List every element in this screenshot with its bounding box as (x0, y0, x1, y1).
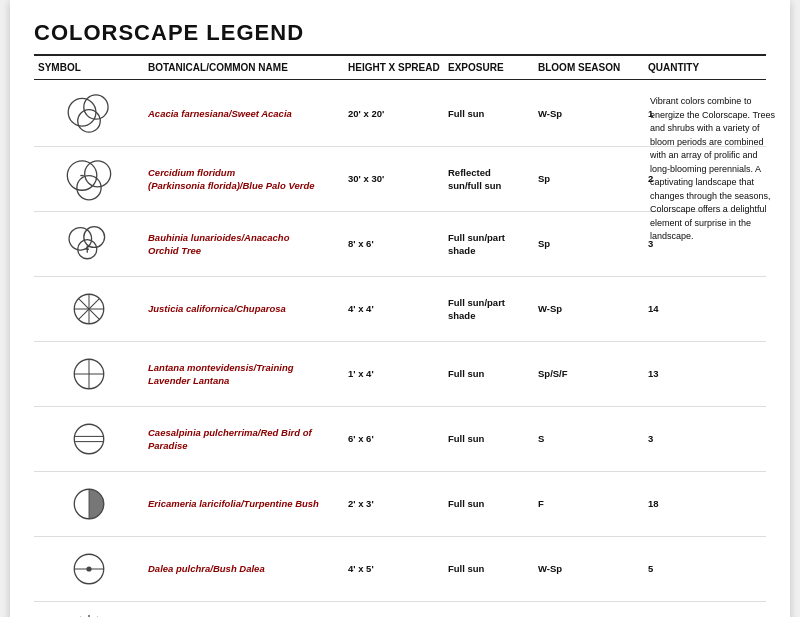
col-qty: QUANTITY (644, 60, 714, 75)
bloom-bauhinia: Sp (534, 235, 644, 252)
exposure-dalea: Full sun (444, 560, 534, 577)
col-name: BOTANICAL/COMMON NAME (144, 60, 344, 75)
col-bloom: BLOOM SEASON (534, 60, 644, 75)
exposure-caesalpinia: Full sun (444, 430, 534, 447)
size-acacia: 20' x 20' (344, 105, 444, 122)
name-cercidium: Cercidium floridum(Parkinsonia florida)/… (144, 164, 344, 195)
table-row: Ericameria laricifolia/Turpentine Bush 2… (34, 472, 766, 537)
bloom-dalea: W-Sp (534, 560, 644, 577)
name-acacia: Acacia farnesiana/Sweet Acacia (144, 105, 344, 122)
size-ericameria: 2' x 3' (344, 495, 444, 512)
name-justicia: Justicia californica/Chuparosa (144, 300, 344, 317)
exposure-justicia: Full sun/partshade (444, 294, 534, 325)
svg-point-26 (86, 566, 91, 571)
symbol-ericameria (34, 476, 144, 532)
bloom-acacia: W-Sp (534, 105, 644, 122)
exposure-lantana: Full sun (444, 365, 534, 382)
symbol-dalea (34, 541, 144, 597)
sidebar-description: Vibrant colors combine to energize the C… (650, 95, 780, 244)
exposure-cercidium: Reflectedsun/full sun (444, 164, 534, 195)
symbol-hesperaloe (34, 606, 144, 617)
qty-dalea: 5 (644, 560, 714, 577)
svg-point-7 (69, 228, 92, 251)
svg-point-8 (84, 227, 105, 248)
name-lantana: Lantana montevidensis/TrainingLavender L… (144, 359, 344, 390)
col-exposure: EXPOSURE (444, 60, 534, 75)
symbol-caesalpinia (34, 411, 144, 467)
table-row: Dalea pulchra/Bush Dalea 4' x 5' Full su… (34, 537, 766, 602)
size-lantana: 1' x 4' (344, 365, 444, 382)
name-caesalpinia: Caesalpinia pulcherrima/Red Bird ofParad… (144, 424, 344, 455)
size-cercidium: 30' x 30' (344, 170, 444, 187)
page-title: COLORSCAPE LEGEND (34, 20, 766, 46)
qty-lantana: 13 (644, 365, 714, 382)
qty-caesalpinia: 3 (644, 430, 714, 447)
svg-point-5 (77, 176, 101, 200)
table-header: SYMBOL BOTANICAL/COMMON NAME HEIGHT X SP… (34, 54, 766, 80)
svg-point-2 (78, 110, 101, 133)
bloom-ericameria: F (534, 495, 644, 512)
exposure-bauhinia: Full sun/part shade (444, 229, 534, 260)
table-row: Lantana montevidensis/TrainingLavender L… (34, 342, 766, 407)
bloom-justicia: W-Sp (534, 300, 644, 317)
symbol-bauhinia (34, 216, 144, 272)
bloom-caesalpinia: S (534, 430, 644, 447)
page: COLORSCAPE LEGEND SYMBOL BOTANICAL/COMMO… (10, 0, 790, 617)
exposure-acacia: Full sun (444, 105, 534, 122)
size-bauhinia: 8' x 6' (344, 235, 444, 252)
symbol-justicia (34, 281, 144, 337)
bloom-cercidium: Sp (534, 170, 644, 187)
symbol-cercidium (34, 151, 144, 207)
size-dalea: 4' x 5' (344, 560, 444, 577)
name-ericameria: Ericameria laricifolia/Turpentine Bush (144, 495, 344, 512)
name-bauhinia: Bauhinia lunarioides/AnacachoOrchid Tree (144, 229, 344, 260)
symbol-lantana (34, 346, 144, 402)
size-caesalpinia: 6' x 6' (344, 430, 444, 447)
size-justicia: 4' x 4' (344, 300, 444, 317)
qty-justicia: 14 (644, 300, 714, 317)
table-row: Hesperaloe parviflora/Red Yucca 3' x 5' … (34, 602, 766, 617)
table-row: Justicia californica/Chuparosa 4' x 4' F… (34, 277, 766, 342)
name-dalea: Dalea pulchra/Bush Dalea (144, 560, 344, 577)
svg-point-4 (85, 161, 111, 187)
bloom-lantana: Sp/S/F (534, 365, 644, 382)
qty-ericameria: 18 (644, 495, 714, 512)
exposure-ericameria: Full sun (444, 495, 534, 512)
table-row: Caesalpinia pulcherrima/Red Bird ofParad… (34, 407, 766, 472)
col-symbol: SYMBOL (34, 60, 144, 75)
svg-point-20 (74, 424, 103, 453)
symbol-acacia (34, 86, 144, 142)
col-size: HEIGHT X SPREAD (344, 60, 444, 75)
